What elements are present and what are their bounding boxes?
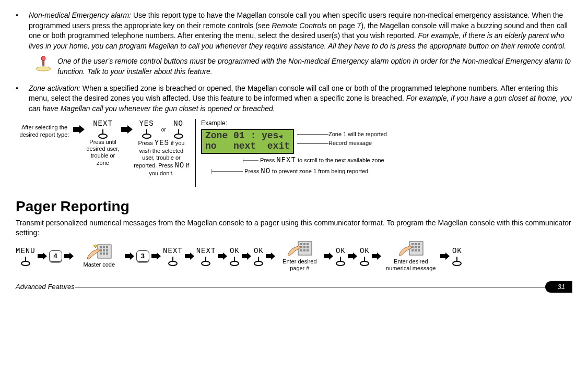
svg-point-18 — [21, 261, 30, 266]
button-icon — [335, 257, 346, 266]
svg-point-74 — [453, 261, 461, 266]
diag-yesno-col: YES or NO Press YES if you wish the sele… — [133, 119, 190, 177]
svg-rect-65 — [418, 243, 420, 245]
next-key-label: NEXT — [93, 119, 113, 129]
button-icon — [201, 257, 211, 266]
svg-rect-50 — [303, 246, 305, 248]
svg-rect-63 — [411, 243, 414, 245]
zone-diagram: After selecting the desired report type:… — [16, 119, 572, 187]
page-footer: Advanced Features 31 — [16, 281, 572, 293]
svg-rect-29 — [103, 252, 105, 255]
svg-rect-27 — [106, 249, 108, 251]
next-key-label: NEXT — [196, 246, 216, 257]
button-icon — [452, 257, 462, 266]
example-block: Example: Zone 01 : yes◀ no next exit Zon… — [201, 119, 572, 175]
svg-marker-61 — [372, 252, 381, 260]
footer-section: Advanced Features — [16, 282, 75, 292]
svg-marker-44 — [266, 252, 275, 260]
arrow-icon — [73, 119, 85, 134]
svg-marker-38 — [218, 252, 227, 260]
svg-marker-3 — [73, 125, 85, 134]
arrow-icon — [151, 252, 161, 260]
svg-point-8 — [143, 134, 151, 138]
svg-rect-24 — [106, 246, 108, 248]
heading-pager-reporting: Pager Reporting — [16, 196, 572, 216]
button-icon — [253, 257, 264, 266]
bullet-text: Non-medical Emergency alarm: Use this re… — [29, 10, 572, 51]
enter-msg-label: Enter desired numerical message — [383, 258, 438, 272]
anno-record-msg: Record message — [328, 140, 372, 147]
button-icon — [20, 257, 31, 266]
svg-rect-48 — [307, 243, 309, 245]
pager-intro-text: Transmit personalized numerical messages… — [16, 218, 572, 238]
svg-rect-26 — [103, 249, 105, 251]
svg-rect-70 — [415, 249, 417, 251]
arrow-icon — [64, 252, 74, 260]
arrow-icon — [348, 252, 357, 260]
no-key-label: NO — [173, 119, 183, 129]
anno-no-prevent: Press NO to prevent zone 1 from being re… — [211, 167, 572, 176]
annotations: Zone 1 will be reported Record message — [297, 129, 387, 147]
svg-rect-69 — [411, 249, 414, 251]
svg-rect-52 — [300, 249, 302, 251]
bullet-dot: • — [16, 10, 29, 51]
svg-rect-28 — [100, 252, 102, 255]
svg-rect-22 — [100, 246, 102, 248]
lcd-line2: no next exit — [205, 141, 290, 151]
svg-marker-72 — [440, 252, 450, 260]
diag-after-text: After selecting the desired report type: — [16, 119, 73, 138]
svg-marker-41 — [242, 252, 251, 260]
svg-marker-20 — [64, 252, 74, 260]
or-label: or — [161, 119, 166, 134]
svg-point-43 — [254, 261, 263, 266]
arrow-icon — [38, 252, 47, 260]
svg-point-5 — [99, 134, 107, 138]
yesno-caption: Press YES if you wish the selected user,… — [133, 139, 190, 177]
svg-point-40 — [230, 261, 239, 266]
diag-next-col: NEXT Press until desired user, trouble o… — [85, 119, 121, 166]
master-code-label: Master code — [84, 261, 115, 268]
svg-point-60 — [360, 261, 369, 266]
svg-point-57 — [336, 261, 345, 266]
anno-zone-reported: Zone 1 will be reported — [328, 131, 387, 138]
button-icon — [173, 129, 184, 139]
svg-rect-46 — [300, 243, 302, 245]
arrow-icon — [242, 252, 251, 260]
svg-rect-66 — [411, 246, 414, 248]
svg-marker-31 — [125, 252, 134, 260]
enter-pager-label: Enter desired pager # — [277, 258, 322, 272]
anno-next-scroll: Press NEXT to scroll to the next availab… — [243, 156, 572, 165]
button-icon — [359, 257, 370, 266]
pushpin-icon — [34, 56, 55, 76]
diag-after-label: After selecting the desired report type: — [20, 124, 69, 137]
svg-rect-47 — [303, 243, 305, 245]
arrow-icon — [266, 252, 275, 260]
bullet-non-medical: • Non-medical Emergency alarm: Use this … — [16, 10, 572, 51]
next-key-label: NEXT — [163, 246, 183, 257]
svg-point-10 — [174, 134, 183, 138]
lcd-line1: Zone 01 : yes — [205, 130, 278, 141]
bullet-title: Non-medical Emergency alarm: — [29, 11, 131, 19]
arrow-icon — [125, 252, 134, 260]
button-icon — [98, 129, 108, 139]
keypad-hand-icon — [287, 240, 313, 258]
svg-marker-6 — [121, 125, 133, 134]
note-block: One of the user's remote control buttons… — [34, 56, 572, 77]
svg-point-37 — [202, 261, 210, 266]
svg-rect-64 — [415, 243, 417, 245]
arrow-icon — [372, 252, 381, 260]
svg-marker-58 — [348, 252, 357, 260]
svg-point-34 — [169, 261, 177, 266]
bullet-title: Zone activation: — [29, 84, 80, 92]
button-icon — [229, 257, 240, 266]
svg-marker-35 — [185, 252, 194, 260]
note-text: One of the user's remote control buttons… — [57, 56, 572, 77]
menu-key-label: MENU — [16, 246, 36, 257]
arrow-icon — [324, 252, 333, 260]
arrow-icon — [440, 252, 450, 260]
svg-marker-32 — [151, 252, 161, 260]
svg-point-2 — [41, 56, 45, 61]
svg-rect-67 — [415, 246, 417, 248]
button-icon — [168, 257, 178, 266]
bullet-dot: • — [16, 83, 29, 114]
